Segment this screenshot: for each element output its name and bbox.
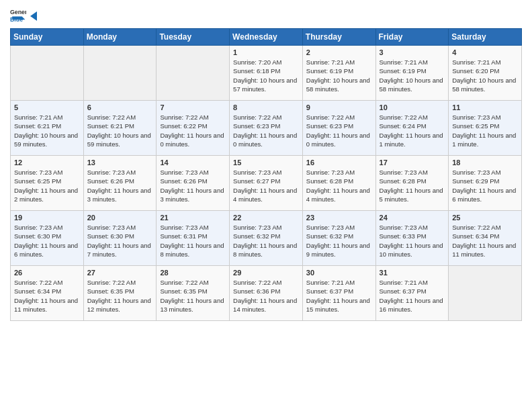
calendar-cell: 7Sunrise: 7:22 AMSunset: 6:22 PMDaylight… (157, 101, 230, 156)
calendar-cell (83, 46, 157, 101)
calendar-cell: 18Sunrise: 7:23 AMSunset: 6:29 PMDayligh… (449, 156, 522, 211)
day-info: Sunrise: 7:23 AMSunset: 6:32 PMDaylight:… (233, 223, 299, 259)
calendar-cell: 5Sunrise: 7:21 AMSunset: 6:21 PMDaylight… (11, 101, 84, 156)
calendar-cell: 20Sunrise: 7:23 AMSunset: 6:30 PMDayligh… (83, 211, 157, 266)
day-info: Sunrise: 7:21 AMSunset: 6:21 PMDaylight:… (14, 113, 80, 148)
logo-arrow-icon (30, 10, 42, 22)
logo-icon: General Blue (10, 7, 26, 23)
weekday-header-friday: Friday (375, 29, 449, 46)
day-number: 11 (452, 103, 518, 111)
calendar-cell: 30Sunrise: 7:21 AMSunset: 6:37 PMDayligh… (302, 266, 375, 321)
header: General Blue (10, 7, 522, 23)
calendar-cell: 14Sunrise: 7:23 AMSunset: 6:26 PMDayligh… (157, 156, 230, 211)
logo: General Blue (10, 7, 42, 23)
day-info: Sunrise: 7:23 AMSunset: 6:29 PMDaylight:… (452, 168, 518, 203)
svg-text:General: General (10, 9, 26, 15)
day-number: 28 (160, 269, 226, 277)
day-info: Sunrise: 7:21 AMSunset: 6:19 PMDaylight:… (306, 58, 372, 93)
calendar-cell: 24Sunrise: 7:23 AMSunset: 6:33 PMDayligh… (375, 211, 449, 266)
day-info: Sunrise: 7:23 AMSunset: 6:27 PMDaylight:… (233, 168, 299, 203)
calendar-cell: 26Sunrise: 7:22 AMSunset: 6:34 PMDayligh… (11, 266, 84, 321)
calendar-cell: 23Sunrise: 7:23 AMSunset: 6:32 PMDayligh… (302, 211, 375, 266)
svg-marker-3 (30, 11, 37, 21)
calendar-cell: 2Sunrise: 7:21 AMSunset: 6:19 PMDaylight… (302, 46, 375, 101)
day-number: 7 (160, 103, 226, 111)
day-info: Sunrise: 7:23 AMSunset: 6:31 PMDaylight:… (160, 223, 226, 259)
day-info: Sunrise: 7:23 AMSunset: 6:32 PMDaylight:… (306, 223, 372, 259)
day-number: 12 (14, 158, 80, 167)
calendar-cell: 31Sunrise: 7:21 AMSunset: 6:37 PMDayligh… (375, 266, 449, 321)
calendar-cell: 25Sunrise: 7:22 AMSunset: 6:34 PMDayligh… (449, 211, 522, 266)
calendar-cell: 28Sunrise: 7:22 AMSunset: 6:35 PMDayligh… (157, 266, 230, 321)
day-number: 26 (14, 269, 80, 277)
calendar-body: 1Sunrise: 7:20 AMSunset: 6:18 PMDaylight… (11, 46, 522, 321)
calendar-week-1: 1Sunrise: 7:20 AMSunset: 6:18 PMDaylight… (11, 46, 522, 101)
calendar-cell: 13Sunrise: 7:23 AMSunset: 6:26 PMDayligh… (83, 156, 157, 211)
day-info: Sunrise: 7:23 AMSunset: 6:25 PMDaylight:… (14, 168, 80, 203)
calendar-week-5: 26Sunrise: 7:22 AMSunset: 6:34 PMDayligh… (11, 266, 522, 321)
day-info: Sunrise: 7:22 AMSunset: 6:34 PMDaylight:… (14, 278, 80, 314)
day-info: Sunrise: 7:23 AMSunset: 6:33 PMDaylight:… (380, 223, 445, 259)
day-number: 16 (306, 158, 372, 167)
day-number: 25 (452, 214, 518, 222)
day-info: Sunrise: 7:22 AMSunset: 6:35 PMDaylight:… (160, 278, 226, 314)
day-info: Sunrise: 7:23 AMSunset: 6:26 PMDaylight:… (87, 168, 153, 203)
day-info: Sunrise: 7:22 AMSunset: 6:23 PMDaylight:… (233, 113, 299, 148)
day-number: 29 (233, 269, 299, 277)
calendar-cell: 6Sunrise: 7:22 AMSunset: 6:21 PMDaylight… (83, 101, 157, 156)
day-info: Sunrise: 7:21 AMSunset: 6:20 PMDaylight:… (452, 58, 518, 93)
day-number: 8 (233, 103, 299, 111)
day-number: 31 (380, 269, 445, 277)
day-number: 5 (14, 103, 80, 111)
calendar-cell: 10Sunrise: 7:22 AMSunset: 6:24 PMDayligh… (375, 101, 449, 156)
day-info: Sunrise: 7:22 AMSunset: 6:36 PMDaylight:… (233, 278, 299, 314)
calendar-cell: 9Sunrise: 7:22 AMSunset: 6:23 PMDaylight… (302, 101, 375, 156)
calendar-cell: 27Sunrise: 7:22 AMSunset: 6:35 PMDayligh… (83, 266, 157, 321)
day-number: 10 (380, 103, 445, 111)
weekday-header-thursday: Thursday (302, 29, 375, 46)
calendar-cell: 4Sunrise: 7:21 AMSunset: 6:20 PMDaylight… (449, 46, 522, 101)
day-number: 22 (233, 214, 299, 222)
day-number: 2 (306, 48, 372, 56)
day-number: 20 (87, 214, 153, 222)
calendar-cell: 29Sunrise: 7:22 AMSunset: 6:36 PMDayligh… (230, 266, 303, 321)
calendar-cell: 1Sunrise: 7:20 AMSunset: 6:18 PMDaylight… (230, 46, 303, 101)
calendar-cell: 22Sunrise: 7:23 AMSunset: 6:32 PMDayligh… (230, 211, 303, 266)
day-info: Sunrise: 7:23 AMSunset: 6:28 PMDaylight:… (306, 168, 372, 203)
calendar-cell: 15Sunrise: 7:23 AMSunset: 6:27 PMDayligh… (230, 156, 303, 211)
day-info: Sunrise: 7:23 AMSunset: 6:30 PMDaylight:… (87, 223, 153, 259)
calendar-cell (11, 46, 84, 101)
calendar-table: SundayMondayTuesdayWednesdayThursdayFrid… (10, 28, 522, 321)
calendar-cell: 19Sunrise: 7:23 AMSunset: 6:30 PMDayligh… (11, 211, 84, 266)
calendar-week-4: 19Sunrise: 7:23 AMSunset: 6:30 PMDayligh… (11, 211, 522, 266)
calendar-week-3: 12Sunrise: 7:23 AMSunset: 6:25 PMDayligh… (11, 156, 522, 211)
calendar-header: SundayMondayTuesdayWednesdayThursdayFrid… (11, 29, 522, 46)
day-number: 13 (87, 158, 153, 167)
day-info: Sunrise: 7:22 AMSunset: 6:35 PMDaylight:… (87, 278, 153, 314)
day-number: 17 (380, 158, 445, 167)
weekday-header-row: SundayMondayTuesdayWednesdayThursdayFrid… (11, 29, 522, 46)
day-number: 19 (14, 214, 80, 222)
weekday-header-saturday: Saturday (449, 29, 522, 46)
day-number: 21 (160, 214, 226, 222)
day-info: Sunrise: 7:23 AMSunset: 6:26 PMDaylight:… (160, 168, 226, 203)
day-number: 15 (233, 158, 299, 167)
day-number: 9 (306, 103, 372, 111)
calendar-cell: 12Sunrise: 7:23 AMSunset: 6:25 PMDayligh… (11, 156, 84, 211)
day-info: Sunrise: 7:23 AMSunset: 6:25 PMDaylight:… (452, 113, 518, 148)
calendar-week-2: 5Sunrise: 7:21 AMSunset: 6:21 PMDaylight… (11, 101, 522, 156)
weekday-header-wednesday: Wednesday (230, 29, 303, 46)
calendar-cell: 3Sunrise: 7:21 AMSunset: 6:19 PMDaylight… (375, 46, 449, 101)
calendar-cell: 21Sunrise: 7:23 AMSunset: 6:31 PMDayligh… (157, 211, 230, 266)
day-number: 4 (452, 48, 518, 56)
day-number: 18 (452, 158, 518, 167)
page: General Blue SundayMondayTuesdayWed (0, 0, 532, 411)
day-number: 1 (233, 48, 299, 56)
day-number: 14 (160, 158, 226, 167)
weekday-header-tuesday: Tuesday (157, 29, 230, 46)
day-info: Sunrise: 7:22 AMSunset: 6:22 PMDaylight:… (160, 113, 226, 148)
calendar-cell: 11Sunrise: 7:23 AMSunset: 6:25 PMDayligh… (449, 101, 522, 156)
day-info: Sunrise: 7:21 AMSunset: 6:19 PMDaylight:… (380, 58, 445, 93)
day-info: Sunrise: 7:22 AMSunset: 6:34 PMDaylight:… (452, 223, 518, 259)
day-number: 30 (306, 269, 372, 277)
